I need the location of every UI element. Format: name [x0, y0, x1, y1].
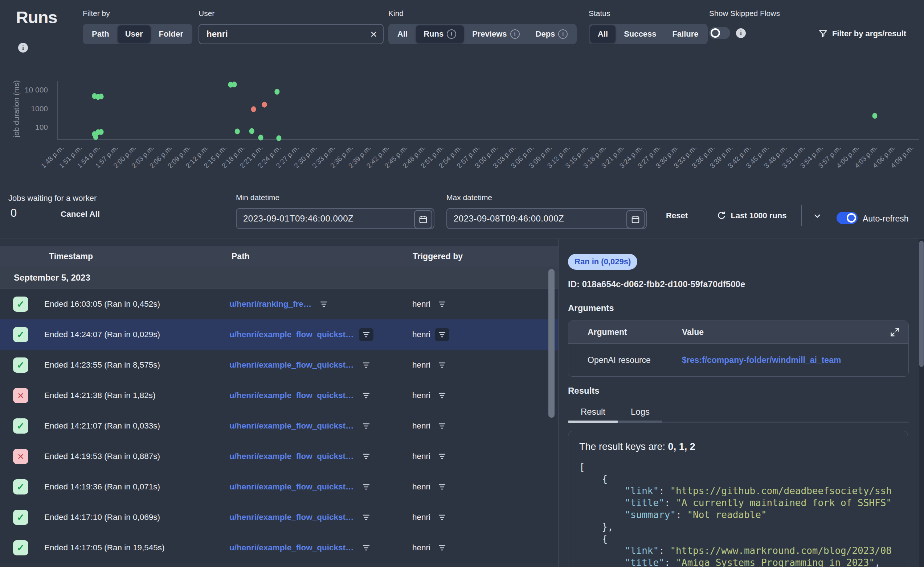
path-filter-button[interactable] [359, 541, 373, 554]
run-row[interactable]: ×Ended 14:21:38 (Ran in 1,82s)u/henri/ex… [0, 380, 558, 411]
runs-info-icon[interactable]: i [18, 43, 28, 52]
triggered-by-filter-button[interactable] [435, 298, 449, 311]
kind-option-runs[interactable]: Runsi [416, 26, 464, 43]
run-row[interactable]: ✓Ended 14:19:36 (Ran in 0,071s)u/henri/e… [0, 472, 558, 502]
run-path-link[interactable]: u/henri/example_flow_quickst… [229, 391, 354, 400]
triggered-by-filter-button[interactable] [435, 480, 449, 494]
kind-option-label: Previews [472, 29, 507, 39]
chart-point-success[interactable] [276, 135, 281, 141]
triggered-by-filter-button[interactable] [435, 389, 449, 402]
status-option-success[interactable]: Success [616, 26, 664, 43]
chart-point-success[interactable] [232, 82, 237, 87]
panel-scrollbar-thumb[interactable] [919, 241, 924, 367]
result-json: [ { "link": "https://github.com/deadbeef… [579, 461, 897, 567]
path-filter-button[interactable] [359, 358, 373, 372]
triggered-by-filter-button[interactable] [435, 511, 449, 524]
chart-point-failure[interactable] [251, 106, 256, 112]
triggered-by-filter-button[interactable] [435, 328, 449, 341]
tab-result[interactable]: Result [568, 403, 618, 420]
filter-by-option-user[interactable]: User [117, 26, 150, 43]
chart-point-success[interactable] [274, 89, 280, 94]
kind-option-all[interactable]: All [390, 26, 415, 43]
run-row[interactable]: ✓Ended 14:17:05 (Ran in 19,545s)u/henri/… [0, 532, 558, 563]
kind-group: Kind AllRunsiPreviewsiDepsi [388, 9, 577, 44]
triggered-by-filter-button[interactable] [435, 450, 449, 463]
reset-button[interactable]: Reset [656, 205, 698, 226]
path-filter-button[interactable] [359, 450, 373, 463]
run-path-link[interactable]: u/henri/example_flow_quickst… [229, 421, 354, 431]
run-path-link[interactable]: u/henri/example_flow_quickst… [229, 482, 354, 492]
kind-option-label: All [397, 29, 408, 39]
path-filter-button[interactable] [359, 328, 373, 341]
chart-point-success[interactable] [235, 128, 240, 134]
user-filter-input[interactable] [199, 24, 384, 44]
run-row[interactable]: ✓Ended 14:17:10 (Ran in 0,069s)u/henri/e… [0, 502, 558, 532]
runs-duration-chart[interactable]: 10 0001000100job duration (ms)1:48 p.m.1… [0, 60, 924, 187]
status-option-failure[interactable]: Failure [665, 26, 706, 43]
status-group: Status AllSuccessFailure [588, 9, 708, 44]
min-datetime-group: Min datetime [236, 193, 435, 229]
triggered-by-filter-button[interactable] [435, 358, 449, 372]
results-title: Results [568, 386, 599, 396]
path-filter-button[interactable] [316, 298, 331, 311]
kind-option-deps[interactable]: Depsi [528, 26, 576, 43]
triggered-by-filter-button[interactable] [435, 541, 449, 554]
run-row[interactable]: ✓Ended 14:23:55 (Ran in 8,575s)u/henri/e… [0, 350, 558, 380]
triggered-by-user: henri [412, 452, 430, 461]
filter-lines-icon [438, 300, 446, 308]
run-row[interactable]: ✓Ended 14:24:07 (Ran in 0,029s)u/henri/e… [0, 320, 558, 350]
run-path-link[interactable]: u/henri/example_flow_quickst… [229, 452, 354, 461]
max-datetime-label: Max datetime [446, 193, 647, 202]
run-path-link[interactable]: u/henri/example_flow_quickst… [229, 360, 354, 370]
filter-lines-icon [438, 422, 446, 430]
auto-refresh-toggle[interactable] [837, 212, 858, 224]
chart-point-failure[interactable] [262, 102, 267, 108]
run-row[interactable]: ×Ended 14:19:53 (Ran in 0,887s)u/henri/e… [0, 441, 558, 472]
calendar-icon[interactable] [414, 210, 432, 228]
cancel-all-button[interactable]: Cancel All [60, 210, 100, 219]
show-skipped-info-icon[interactable]: i [736, 28, 746, 38]
calendar-icon[interactable] [626, 210, 644, 228]
status-option-all[interactable]: All [590, 26, 615, 43]
args-column-value: Value [682, 327, 704, 337]
success-check-icon: ✓ [13, 357, 28, 373]
clear-user-icon[interactable]: × [370, 27, 377, 41]
run-row[interactable]: ✓Ended 14:21:07 (Ran in 0,033s)u/henri/e… [0, 411, 558, 441]
chart-point-success[interactable] [99, 129, 104, 135]
chart-point-success[interactable] [259, 135, 263, 140]
min-datetime-input[interactable] [236, 208, 435, 229]
run-path-link[interactable]: u/henri/ranking_fre… [229, 300, 312, 309]
triggered-by-filter-button[interactable] [435, 420, 449, 432]
user-filter-group: User × [199, 9, 384, 44]
y-axis-label: job duration (ms) [12, 80, 20, 138]
last-runs-button[interactable]: Last 1000 runs [707, 205, 828, 226]
filter-by-option-folder[interactable]: Folder [151, 26, 191, 43]
chart-point-success[interactable] [872, 113, 877, 118]
expand-icon[interactable] [889, 326, 901, 338]
filter-by-option-path[interactable]: Path [84, 26, 117, 43]
chart-point-success[interactable] [99, 93, 104, 99]
run-path-link[interactable]: u/henri/example_flow_quickst… [229, 513, 354, 522]
section-divider [0, 238, 924, 239]
funnel-icon [819, 29, 828, 38]
kind-option-previews[interactable]: Previewsi [465, 26, 527, 43]
info-icon[interactable]: i [558, 29, 567, 39]
tab-logs[interactable]: Logs [618, 403, 662, 420]
path-filter-button[interactable] [359, 420, 373, 432]
show-skipped-toggle[interactable] [709, 27, 730, 39]
argument-value-link[interactable]: $res:f/company-folder/windmill_ai_team [682, 355, 841, 365]
chart-point-success[interactable] [93, 134, 98, 140]
max-datetime-input[interactable] [446, 208, 647, 229]
info-icon[interactable]: i [447, 29, 456, 39]
table-scrollbar-thumb[interactable] [548, 269, 555, 418]
info-icon[interactable]: i [510, 29, 520, 39]
filter-by-args-button[interactable]: Filter by args/result [807, 24, 918, 44]
path-filter-button[interactable] [359, 511, 373, 524]
run-path-link[interactable]: u/henri/example_flow_quickst… [229, 330, 354, 339]
run-row[interactable]: ✓Ended 16:03:05 (Ran in 0,452s)u/henri/r… [0, 289, 558, 320]
chart-point-success[interactable] [249, 128, 254, 134]
chevron-down-icon[interactable] [806, 205, 828, 226]
path-filter-button[interactable] [359, 389, 373, 402]
path-filter-button[interactable] [359, 480, 373, 494]
run-path-link[interactable]: u/henri/example_flow_quickst… [229, 543, 354, 552]
